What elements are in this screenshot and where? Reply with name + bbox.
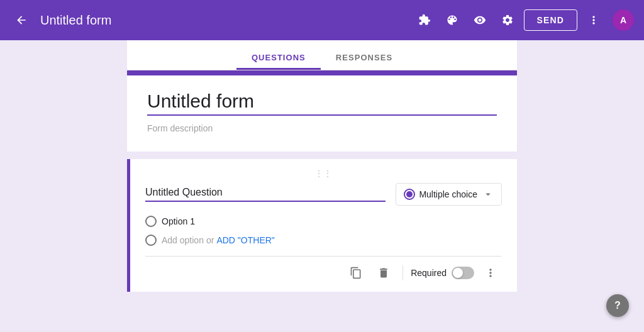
tabs-bar: QUESTIONS RESPONSES — [127, 40, 517, 70]
app-header: Untitled form SEND — [0, 0, 644, 40]
duplicate-button[interactable] — [345, 262, 367, 284]
drag-handle[interactable]: ⋮⋮ — [145, 169, 502, 178]
more-menu-button[interactable] — [582, 9, 605, 31]
question-title-input[interactable] — [145, 187, 386, 202]
preview-button[interactable] — [469, 9, 491, 31]
form-title-card — [127, 70, 517, 152]
send-button[interactable]: SEND — [524, 9, 577, 31]
question-type-label: Multiple choice — [419, 189, 477, 199]
main-content: QUESTIONS RESPONSES ⋮⋮ — [0, 40, 644, 332]
add-option-text[interactable]: Add option — [162, 235, 204, 245]
form-title-input[interactable] — [147, 91, 497, 116]
add-option-or: or — [206, 235, 214, 245]
footer-divider — [402, 265, 403, 280]
add-option-radio — [145, 235, 157, 246]
settings-button[interactable] — [496, 9, 519, 31]
question-footer: Required — [145, 256, 502, 287]
option-1-radio — [145, 216, 157, 227]
form-container: QUESTIONS RESPONSES ⋮⋮ — [127, 40, 517, 332]
help-button[interactable]: ? — [606, 294, 629, 317]
add-other-link[interactable]: ADD "OTHER" — [216, 235, 274, 245]
question-type-dropdown[interactable]: Multiple choice — [396, 183, 502, 206]
option-1-row: Option 1 — [145, 216, 502, 227]
tab-questions[interactable]: QUESTIONS — [236, 45, 321, 70]
form-description-input[interactable] — [147, 123, 497, 134]
radio-icon — [404, 189, 415, 200]
required-section: Required — [411, 267, 474, 279]
back-button[interactable] — [10, 9, 33, 31]
avatar[interactable]: A — [613, 9, 634, 31]
header-title: Untitled form — [40, 13, 111, 28]
delete-button[interactable] — [372, 262, 395, 284]
more-options-button[interactable] — [479, 262, 502, 284]
header-right: SEND A — [413, 9, 634, 31]
header-left: Untitled form — [10, 9, 111, 31]
add-option-row: Add option or ADD "OTHER" — [145, 235, 502, 246]
required-label: Required — [411, 268, 447, 278]
tab-responses[interactable]: RESPONSES — [321, 45, 408, 70]
question-row: Multiple choice — [145, 183, 502, 206]
required-toggle[interactable] — [452, 267, 474, 279]
extensions-button[interactable] — [413, 9, 436, 31]
option-1-label: Option 1 — [162, 216, 195, 226]
palette-button[interactable] — [441, 9, 464, 31]
question-card: ⋮⋮ Multiple choice — [127, 159, 517, 292]
